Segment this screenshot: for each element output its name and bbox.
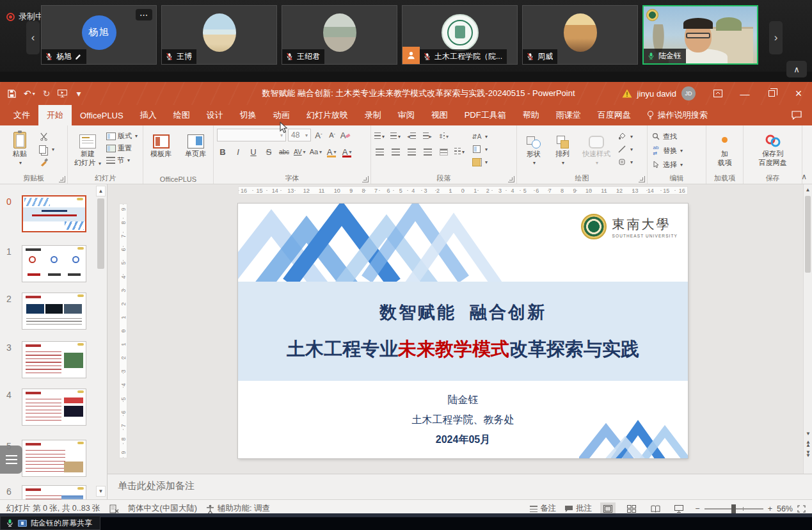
- comments-button[interactable]: [781, 105, 812, 125]
- select-button[interactable]: 选择▾: [651, 159, 683, 170]
- format-painter-button[interactable]: [38, 157, 54, 167]
- zoom-slider[interactable]: [705, 508, 763, 510]
- align-text-button[interactable]: ▾: [472, 144, 488, 154]
- align-right-button[interactable]: [406, 147, 417, 157]
- tab-雨课堂[interactable]: 雨课堂: [548, 105, 589, 125]
- slide-thumbnail[interactable]: [22, 245, 86, 282]
- vertical-scrollbar[interactable]: ▲ ▼ ▲▲ ▼▼: [803, 184, 812, 474]
- tab-切换[interactable]: 切换: [232, 105, 265, 125]
- save-to-netdisk-button[interactable]: 保存到百度网盘: [751, 129, 795, 174]
- slide-thumbnail[interactable]: [22, 195, 86, 232]
- tell-me-search[interactable]: 操作说明搜索: [639, 105, 715, 125]
- slide-thumbnail[interactable]: [22, 389, 86, 426]
- restore-button[interactable]: [758, 82, 785, 105]
- paragraph-dialog-launcher[interactable]: [508, 176, 514, 182]
- tab-幻灯片放映[interactable]: 幻灯片放映: [298, 105, 356, 125]
- find-button[interactable]: 查找: [651, 131, 683, 141]
- paste-button[interactable]: 粘贴▾: [3, 129, 36, 174]
- edit-name-icon[interactable]: [75, 53, 82, 60]
- zoom-in-button[interactable]: +: [768, 504, 772, 513]
- tab-帮助[interactable]: 帮助: [514, 105, 548, 125]
- spellcheck-button[interactable]: [109, 504, 119, 513]
- tab-插入[interactable]: 插入: [132, 105, 165, 125]
- clipboard-dialog-launcher[interactable]: [59, 176, 65, 182]
- thumbnail-scroll-up-button[interactable]: ▲: [96, 186, 106, 197]
- participant-tile[interactable]: 陆金钰: [642, 5, 758, 65]
- start-slideshow-button[interactable]: [58, 90, 67, 97]
- shape-effects-button[interactable]: ▾: [617, 157, 633, 167]
- italic-button[interactable]: I: [232, 145, 244, 158]
- convert-smartart-button[interactable]: ▾: [472, 157, 488, 167]
- shapes-button[interactable]: 形状▾: [520, 129, 547, 174]
- decrease-indent-button[interactable]: ◂: [406, 131, 417, 141]
- strikethrough-button[interactable]: S: [263, 145, 275, 158]
- next-slide-button[interactable]: ▼▼: [806, 451, 811, 457]
- zoom-slider-thumb[interactable]: [731, 504, 736, 513]
- shape-outline-button[interactable]: ▾: [617, 144, 633, 154]
- underline-button[interactable]: U: [248, 145, 259, 158]
- account-avatar[interactable]: JD: [681, 86, 696, 100]
- addins-button[interactable]: 加载项: [712, 129, 738, 174]
- zoom-level[interactable]: 56%: [777, 504, 793, 513]
- ribbon-display-options-button[interactable]: [705, 82, 731, 105]
- tab-PDF工具箱[interactable]: PDF工具箱: [456, 105, 514, 125]
- previous-slide-button[interactable]: ▲▲: [806, 441, 811, 447]
- zoom-out-button[interactable]: −: [695, 504, 699, 513]
- reset-button[interactable]: 重置: [106, 143, 138, 153]
- shape-fill-button[interactable]: ▾: [617, 131, 633, 141]
- collapse-ribbon-button[interactable]: ∧: [801, 172, 807, 181]
- slide-thumbnail[interactable]: [22, 341, 86, 378]
- participant-tile[interactable]: 周威: [522, 5, 638, 65]
- more-options-button[interactable]: ⋯: [136, 9, 152, 20]
- template-library-button[interactable]: 模板库: [147, 129, 175, 174]
- single-page-library-button[interactable]: 单页库: [182, 129, 210, 174]
- scroll-up-button[interactable]: ▲: [804, 185, 812, 195]
- participant-tile[interactable]: 杨旭⋯杨旭: [41, 5, 157, 65]
- accessibility-status[interactable]: 辅助功能: 调查: [206, 503, 270, 514]
- participant-tile[interactable]: 王绍君: [282, 5, 397, 65]
- section-button[interactable]: 节▾: [106, 156, 138, 165]
- slide-canvas[interactable]: 東南大學 SOUTHEAST UNIVERSITY 数智赋能 融合创新 土木工程…: [238, 204, 688, 458]
- bold-button[interactable]: B: [217, 145, 228, 158]
- thumbnail-scrollbar[interactable]: ▲ ▼: [96, 186, 106, 497]
- customize-qat-button[interactable]: ▾: [76, 88, 81, 99]
- decrease-font-size-button[interactable]: Aˇ: [326, 129, 338, 141]
- participant-tile[interactable]: 土木工程学院（院...: [402, 5, 518, 65]
- tab-绘图[interactable]: 绘图: [165, 105, 198, 125]
- drawing-dialog-launcher[interactable]: [639, 176, 645, 182]
- undo-button[interactable]: ↶▾: [24, 88, 35, 99]
- tab-录制[interactable]: 录制: [356, 105, 390, 125]
- font-color-button[interactable]: A▾: [341, 145, 353, 158]
- notes-panel[interactable]: 单击此处添加备注: [107, 474, 812, 499]
- scroll-down-button[interactable]: ▼: [806, 431, 811, 437]
- tab-设计[interactable]: 设计: [198, 105, 232, 125]
- distribute-button[interactable]: [438, 147, 449, 157]
- replace-button[interactable]: ab⇄替换▾: [651, 145, 683, 156]
- fit-to-window-button[interactable]: [797, 505, 806, 513]
- line-spacing-button[interactable]: ⇕▾: [438, 131, 449, 141]
- close-button[interactable]: ×: [785, 82, 812, 105]
- arrange-button[interactable]: 排列▾: [549, 129, 576, 174]
- cut-button[interactable]: [38, 131, 54, 141]
- comments-toggle-button[interactable]: 批注: [564, 503, 592, 514]
- strikethrough-abc-button[interactable]: abc: [278, 145, 290, 158]
- font-dialog-launcher[interactable]: [362, 176, 369, 182]
- participant-tile[interactable]: 王博: [161, 5, 277, 65]
- tab-文件[interactable]: 文件: [5, 105, 38, 125]
- justify-button[interactable]: [422, 147, 433, 157]
- clear-formatting-button[interactable]: A: [340, 129, 351, 141]
- thumbnail-scrollbar-thumb[interactable]: [97, 198, 104, 269]
- scrollbar-thumb[interactable]: [805, 196, 811, 273]
- increase-font-size-button[interactable]: Aˆ: [313, 129, 324, 141]
- redo-button[interactable]: ↻: [43, 88, 51, 99]
- align-left-button[interactable]: [374, 147, 385, 157]
- slide-thumbnail[interactable]: [22, 440, 86, 477]
- save-button[interactable]: [8, 90, 16, 98]
- font-name-combobox[interactable]: ▾: [217, 129, 286, 141]
- minimize-button[interactable]: —: [731, 82, 758, 105]
- language-status[interactable]: 简体中文(中国大陆): [128, 503, 197, 514]
- text-highlight-button[interactable]: A▾: [326, 145, 337, 158]
- screen-share-banner[interactable]: 陆金钰的屏幕共享: [0, 516, 100, 530]
- meeting-sidebar-toggle[interactable]: [0, 446, 22, 474]
- numbering-button[interactable]: ▾: [390, 131, 401, 141]
